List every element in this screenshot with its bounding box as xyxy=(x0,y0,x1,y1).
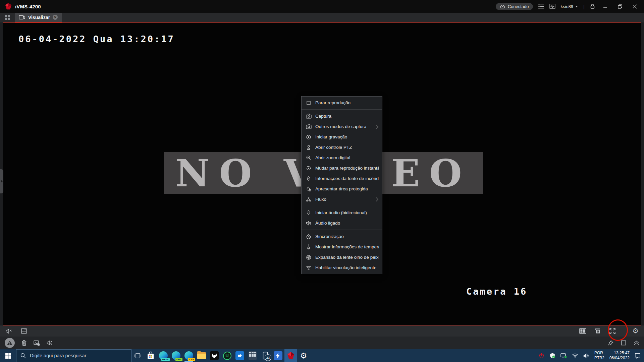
tray-language-indicator[interactable]: POR PTB2 xyxy=(594,351,604,361)
menu-item-capture[interactable]: Captura xyxy=(302,111,382,121)
connection-status-label: Conectado xyxy=(508,4,529,9)
alarm-icon[interactable] xyxy=(5,338,15,348)
save-view-icon[interactable] xyxy=(21,328,27,334)
tab-visualizar[interactable]: Visualizar ✕ xyxy=(15,13,62,22)
fisheye-icon xyxy=(306,255,312,260)
two-way-audio-icon xyxy=(306,210,312,216)
file-explorer-icon xyxy=(197,352,206,359)
taskbar-search[interactable]: Digite aqui para pesquisar xyxy=(16,349,131,362)
task-view-button[interactable] xyxy=(131,349,144,362)
user-menu[interactable]: ksio89 xyxy=(561,4,578,9)
list-icon[interactable] xyxy=(538,4,544,9)
taskbar-icon-file-explorer[interactable] xyxy=(195,349,208,362)
taskbar-icon-ivms[interactable] xyxy=(284,349,297,362)
clock-time: 13:25:47 xyxy=(609,351,630,356)
taskbar-icon-bolt-app[interactable] xyxy=(272,349,284,362)
app-window: iVMS-4200 Conectado xyxy=(0,0,644,362)
context-menu: Parar reprodução Captura Outros modos xyxy=(301,96,382,274)
system-tray: POR PTB2 13:25:47 06/04/2022 xyxy=(535,349,644,362)
restore-button[interactable] xyxy=(615,2,625,10)
menu-item-audio-on[interactable]: Áudio ligado xyxy=(302,218,382,228)
submenu-arrow-icon xyxy=(374,197,378,201)
status-monitor-icon[interactable] xyxy=(549,4,555,9)
ptz-icon xyxy=(306,145,312,150)
stop-all-icon[interactable] xyxy=(594,328,601,334)
tray-display-icon[interactable] xyxy=(560,353,567,358)
ivms-logo-icon xyxy=(5,3,12,10)
lock-icon[interactable] xyxy=(590,4,595,9)
bolt-app-icon xyxy=(274,351,282,360)
stream-icon xyxy=(306,197,312,202)
menu-item-start-recording[interactable]: Iniciar gravação xyxy=(302,132,382,142)
temperature-icon xyxy=(306,244,312,250)
menu-item-instant-playback[interactable]: Mudar para reprodução instantâne xyxy=(302,163,382,173)
tray-wifi-icon[interactable] xyxy=(572,353,578,358)
settings-gear-icon: ⚙ xyxy=(300,352,307,360)
title-bar: iVMS-4200 Conectado xyxy=(0,0,644,13)
osd-camera-label: Camera 16 xyxy=(466,286,527,297)
modules-grid-button[interactable] xyxy=(0,13,15,22)
menu-item-smart-linkage[interactable]: Habilitar vinculação inteligente xyxy=(302,262,382,273)
your-phone-icon: 23 xyxy=(263,352,268,360)
live-view-video-area[interactable]: 06-04-2022 Qua 13:20:17 NO VIDEO Camera … xyxy=(3,22,641,325)
menu-item-fire-source-info[interactable]: Informações da fonte de incêndio xyxy=(302,173,382,184)
fullscreen-icon[interactable] xyxy=(609,328,616,335)
taskbar-icon-edge-canary[interactable]: CAN xyxy=(182,349,195,362)
windows-taskbar: Digite aqui para pesquisar BETA DEV xyxy=(0,349,644,362)
audio-enabled-icon[interactable] xyxy=(47,340,53,346)
taskbar-icon-store[interactable] xyxy=(144,349,157,362)
smart-linkage-icon xyxy=(306,265,312,270)
taskbar-icon-calculator[interactable] xyxy=(246,349,259,362)
menu-item-capture-modes[interactable]: Outros modos de captura xyxy=(302,121,382,132)
connection-status-pill[interactable]: Conectado xyxy=(496,3,533,10)
record-icon xyxy=(306,134,312,140)
submenu-arrow-icon xyxy=(374,125,378,128)
chevron-down-icon xyxy=(575,6,578,7)
window-division-icon[interactable] xyxy=(579,328,586,334)
taskbar-icon-your-phone[interactable]: 23 xyxy=(259,349,272,362)
gear-icon[interactable]: ⚙ xyxy=(632,327,639,335)
mute-icon[interactable] xyxy=(5,328,12,334)
pin-icon[interactable] xyxy=(607,340,613,346)
menu-item-stream[interactable]: Fluxo xyxy=(302,194,382,204)
taskbar-icon-foobar2000[interactable] xyxy=(208,349,221,362)
tray-volume-icon[interactable] xyxy=(583,353,589,358)
menu-separator xyxy=(302,206,382,206)
menu-item-two-way-audio[interactable]: Iniciar áudio (bidirecional) xyxy=(302,207,382,218)
menu-item-open-ptz[interactable]: Abrir controle PTZ xyxy=(302,142,382,153)
menu-item-protected-area[interactable]: Apresentar área protegida xyxy=(302,184,382,194)
taskbar-icon-edge-dev[interactable]: DEV xyxy=(170,349,182,362)
sync-icon xyxy=(306,234,312,239)
menu-item-open-digital-zoom[interactable]: Abrir zoom digital xyxy=(302,153,382,163)
menu-separator xyxy=(302,109,382,110)
menu-item-temperature-info[interactable]: Mostrar informações de temperatu xyxy=(302,242,382,252)
collapse-up-icon[interactable] xyxy=(634,341,639,345)
minimize-button[interactable] xyxy=(600,2,610,10)
language-line1: POR xyxy=(594,351,604,356)
tab-close-icon[interactable]: ✕ xyxy=(53,15,58,20)
maximize-panel-icon[interactable] xyxy=(621,340,626,346)
tray-ivms-icon[interactable] xyxy=(539,353,544,359)
search-placeholder: Digite aqui para pesquisar xyxy=(30,353,86,358)
panel-collapse-handle[interactable] xyxy=(0,169,3,193)
start-button[interactable] xyxy=(0,349,16,362)
taskbar-icon-document-send[interactable] xyxy=(233,349,246,362)
taskbar-icon-settings[interactable]: ⚙ xyxy=(297,349,310,362)
no-image-icon[interactable] xyxy=(34,340,40,346)
tray-security-shield-icon[interactable] xyxy=(549,353,555,359)
search-icon xyxy=(20,353,26,358)
menu-item-fisheye-expansion[interactable]: Expansão da lente olho de peixe xyxy=(302,252,382,262)
taskbar-icon-iobit[interactable]: U xyxy=(221,349,233,362)
close-button[interactable] xyxy=(630,2,639,10)
menu-item-stop-playback[interactable]: Parar reprodução xyxy=(302,98,382,108)
action-center-icon[interactable] xyxy=(635,353,641,359)
app-title: iVMS-4200 xyxy=(15,4,41,9)
trash-icon[interactable] xyxy=(21,340,27,346)
titlebar-divider: | xyxy=(583,4,585,9)
menu-item-synchronization[interactable]: Sincronização xyxy=(302,231,382,242)
edge-canary-icon: CAN xyxy=(184,351,193,360)
tray-clock[interactable]: 13:25:47 06/04/2022 xyxy=(609,351,630,361)
tab-label: Visualizar xyxy=(28,15,50,20)
taskbar-icon-edge-beta[interactable]: BETA xyxy=(157,349,170,362)
chevron-right-icon xyxy=(1,180,3,183)
